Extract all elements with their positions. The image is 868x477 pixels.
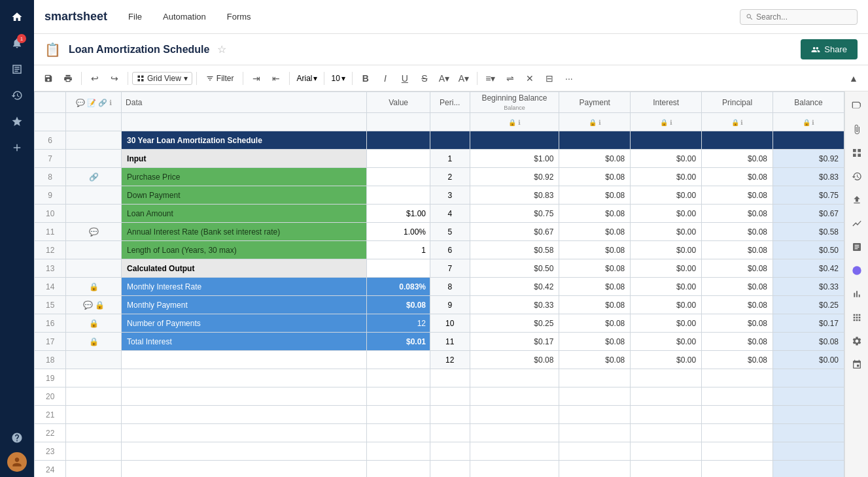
table-row: 22 bbox=[35, 424, 844, 442]
toolbar-divider-2 bbox=[128, 72, 128, 85]
rp-history-icon[interactable] bbox=[848, 167, 866, 186]
table-row: 21 bbox=[35, 406, 844, 424]
sheet-icon: 📋 bbox=[44, 42, 61, 58]
sidebar-home-icon[interactable] bbox=[5, 5, 29, 29]
table-row: 14 🔒 Monthly Interest Rate 0.083% 8 $0.4… bbox=[35, 278, 844, 296]
font-size-label: 10 bbox=[331, 74, 339, 83]
toolbar-divider-3 bbox=[196, 72, 197, 85]
col-header-icons: 💬 📝 🔗 ℹ bbox=[66, 92, 122, 113]
rp-comments-icon[interactable] bbox=[848, 97, 866, 115]
table-row: 13 Calculated Output 7 $0.50 $0.08 $0.00… bbox=[35, 259, 844, 278]
subheader-rownum bbox=[35, 113, 66, 131]
strikethrough-button[interactable]: S bbox=[415, 69, 434, 88]
toolbar-divider-8 bbox=[477, 72, 477, 85]
table-row: 10 Loan Amount $1.00 4 $0.75 $0.08 $0.00… bbox=[35, 205, 844, 223]
text-bg-color-icon[interactable]: A▾ bbox=[435, 69, 453, 88]
table-row: 9 Down Payment 3 $0.83 $0.08 $0.00 $0.08 bbox=[35, 186, 844, 205]
main-content: smartsheet File Automation Forms 📋 Loan … bbox=[34, 0, 868, 477]
indent-icon[interactable]: ⇥ bbox=[247, 69, 266, 88]
notification-badge: 1 bbox=[17, 34, 26, 43]
font-chevron-icon: ▾ bbox=[313, 74, 317, 83]
table-row: 24 bbox=[35, 461, 844, 478]
subheader-interest: 🔒 ℹ bbox=[631, 113, 702, 131]
col-header-interest[interactable]: Interest bbox=[631, 92, 702, 113]
table-row: 6 30 Year Loan Amortization Schedule bbox=[35, 131, 844, 150]
rp-insights-icon[interactable] bbox=[848, 261, 866, 280]
filter-button[interactable]: Filter bbox=[201, 71, 239, 86]
sheet-area: 💬 📝 🔗 ℹ Data Value Peri... bbox=[34, 91, 868, 477]
table-row: 18 12 $0.08 $0.08 $0.00 $0.08 $0.00 bbox=[35, 351, 844, 369]
sidebar-help-icon[interactable] bbox=[5, 426, 29, 450]
table-row: 20 bbox=[35, 387, 844, 406]
table-row: 8 🔗 Purchase Price 2 $0.92 $0.08 $0.00 $… bbox=[35, 168, 844, 186]
rp-grid-icon[interactable] bbox=[848, 144, 866, 162]
rp-settings-icon[interactable] bbox=[848, 332, 866, 350]
col-header-period[interactable]: Peri... bbox=[430, 92, 470, 113]
undo-icon[interactable]: ↩ bbox=[86, 69, 104, 88]
toolbar-divider-6 bbox=[324, 72, 324, 85]
clear-icon[interactable]: ✕ bbox=[521, 69, 539, 88]
font-selector[interactable]: Arial ▾ bbox=[294, 73, 320, 84]
rp-activity-icon[interactable] bbox=[848, 214, 866, 233]
subheader-payment: 🔒 ℹ bbox=[559, 113, 631, 131]
print-icon[interactable] bbox=[59, 69, 77, 88]
table-row: 11 💬 Annual Interest Rate (Bank set inte… bbox=[35, 223, 844, 241]
more-icon[interactable]: ··· bbox=[560, 69, 578, 88]
redo-icon[interactable]: ↪ bbox=[105, 69, 124, 88]
font-label: Arial bbox=[296, 74, 312, 83]
save-icon[interactable] bbox=[39, 69, 58, 88]
sidebar-favorites-icon[interactable] bbox=[5, 110, 29, 133]
share-button[interactable]: Share bbox=[801, 39, 858, 59]
font-size-chevron-icon: ▾ bbox=[341, 74, 345, 83]
col-header-data[interactable]: Data bbox=[122, 92, 367, 113]
nav-automation[interactable]: Automation bbox=[158, 9, 211, 24]
rp-apps-icon[interactable] bbox=[848, 308, 866, 327]
rp-pin-icon[interactable] bbox=[848, 355, 866, 374]
col-header-payment[interactable]: Payment bbox=[559, 92, 631, 113]
sidebar-notifications-icon[interactable]: 1 bbox=[5, 31, 29, 55]
toolbar-collapse-icon[interactable]: ▲ bbox=[844, 69, 863, 88]
sidebar-recents-icon[interactable] bbox=[5, 84, 29, 107]
col-header-value[interactable]: Value bbox=[367, 92, 430, 113]
view-selector[interactable]: Grid View ▾ bbox=[132, 72, 192, 85]
svg-point-0 bbox=[852, 266, 861, 274]
underline-button[interactable]: U bbox=[396, 69, 414, 88]
italic-button[interactable]: I bbox=[376, 69, 394, 88]
nav-forms[interactable]: Forms bbox=[222, 9, 256, 24]
view-chevron-icon: ▾ bbox=[184, 74, 188, 83]
col-header-beg-balance[interactable]: Beginning Balance Balance bbox=[470, 92, 559, 113]
favorite-star-icon[interactable]: ☆ bbox=[217, 43, 226, 56]
left-sidebar: 1 bbox=[0, 0, 34, 477]
align-icon[interactable]: ≡▾ bbox=[481, 69, 500, 88]
table-row: 19 bbox=[35, 369, 844, 387]
col-header-rownum bbox=[35, 92, 66, 113]
rp-attachments-icon[interactable] bbox=[848, 120, 866, 139]
rp-upload-icon[interactable] bbox=[848, 191, 866, 209]
topbar: smartsheet File Automation Forms bbox=[34, 0, 868, 34]
outdent-icon[interactable]: ⇤ bbox=[267, 69, 285, 88]
user-avatar[interactable] bbox=[7, 452, 27, 472]
text-color-icon[interactable]: A▾ bbox=[455, 69, 473, 88]
table-row: 15 💬 🔒 Monthly Payment $0.08 9 $0.33 $0.… bbox=[35, 296, 844, 314]
wrap-icon[interactable]: ⇌ bbox=[501, 69, 519, 88]
nav-file[interactable]: File bbox=[123, 9, 147, 24]
share-label: Share bbox=[824, 44, 847, 54]
col-header-balance[interactable]: Balance bbox=[773, 92, 844, 113]
app-logo: smartsheet bbox=[44, 10, 107, 24]
col-header-principal[interactable]: Principal bbox=[702, 92, 773, 113]
search-bar[interactable] bbox=[740, 9, 858, 25]
bold-button[interactable]: B bbox=[356, 69, 375, 88]
toolbar-divider-1 bbox=[81, 72, 82, 85]
search-input[interactable] bbox=[756, 12, 848, 22]
filter-label: Filter bbox=[217, 74, 234, 83]
view-label: Grid View bbox=[147, 74, 181, 83]
sidebar-add-icon[interactable] bbox=[5, 136, 29, 159]
table-row: 17 🔒 Total Interest $0.01 11 $0.17 $0.08… bbox=[35, 333, 844, 351]
rp-forms-icon[interactable] bbox=[848, 238, 866, 256]
sidebar-sheets-icon[interactable] bbox=[5, 58, 29, 81]
format-icon[interactable]: ⊟ bbox=[540, 69, 559, 88]
table-row: 12 Length of Loan (Years, 30 max) 1 6 $0… bbox=[35, 241, 844, 259]
font-size-selector[interactable]: 10 ▾ bbox=[328, 73, 347, 84]
rp-charts-icon[interactable] bbox=[848, 285, 866, 303]
sheet-content[interactable]: 💬 📝 🔗 ℹ Data Value Peri... bbox=[34, 91, 844, 477]
